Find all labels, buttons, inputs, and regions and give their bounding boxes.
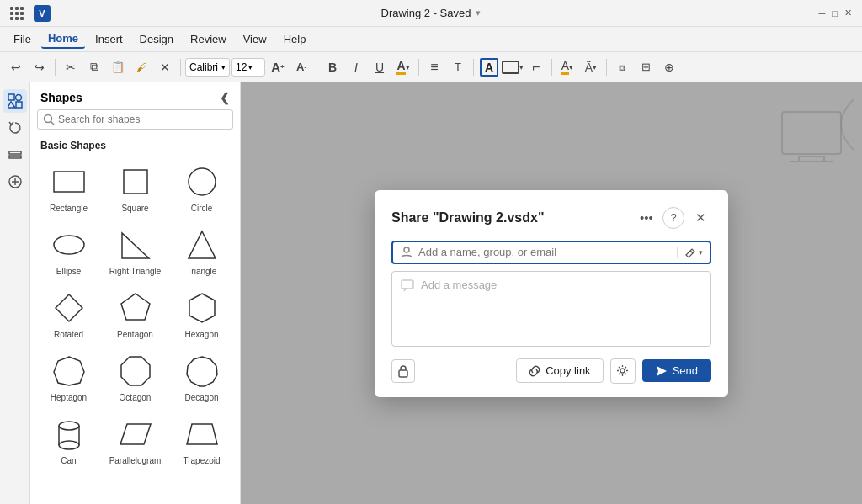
cut-button[interactable]: ✂ [60,56,82,78]
search-icon [43,114,55,125]
dialog-more-button[interactable]: ••• [636,207,657,229]
collapse-icon[interactable]: ❮ [220,91,230,104]
undo-button[interactable]: ↩ [5,56,27,78]
shape-triangle[interactable]: Triangle [170,221,233,281]
sidebar-icon-layer[interactable] [3,143,27,167]
menu-review[interactable]: Review [184,30,233,48]
shape-parallelogram[interactable]: Parallelogram [104,411,167,470]
svg-rect-12 [124,170,147,194]
shapes-category: Basic Shapes [30,136,240,155]
title-bar-left: V [10,5,51,22]
shape-right-triangle-label: Right Triangle [109,267,162,276]
toolbar-sep-5 [473,59,474,76]
menu-view[interactable]: View [237,30,274,48]
dialog-close-button[interactable]: ✕ [689,207,711,229]
window-minimize[interactable]: ─ [819,8,826,19]
clear-button[interactable]: ✕ [154,56,176,78]
document-title: Drawing 2 - Saved [381,7,471,19]
shape-circle[interactable]: Circle [170,158,233,218]
shape-rotated[interactable]: Rotated [37,284,100,344]
fill-color-button[interactable]: A ▾ [556,56,578,78]
menu-file[interactable]: File [7,30,38,48]
svg-point-13 [189,168,216,195]
svg-marker-15 [122,233,149,258]
dialog-overlay: Share "Drawing 2.vsdx" ••• ? ✕ ▾ [241,82,862,504]
svg-marker-2 [8,102,15,108]
line-color-button[interactable]: Ã ▾ [580,56,602,78]
shape-trapezoid[interactable]: Trapezoid [170,411,233,470]
sidebar-icon-shapes[interactable] [3,89,27,113]
more-button[interactable]: ⊕ [658,56,680,78]
link-icon [529,365,540,377]
paste-button[interactable]: 📋 [107,56,129,78]
shape-ellipse[interactable]: Ellipse [37,221,100,281]
search-input[interactable] [58,114,227,125]
font-size-down-button[interactable]: A- [290,56,312,78]
connector-button[interactable]: ⌐ [525,56,547,78]
dialog-help-button[interactable]: ? [662,207,684,229]
shapes-search-box[interactable] [37,109,233,130]
copy-button[interactable]: ⧉ [83,56,105,78]
textbox-button[interactable]: A [478,56,500,78]
settings-button[interactable] [610,358,636,384]
shape-hexagon[interactable]: Hexagon [170,284,233,344]
svg-point-23 [59,422,79,430]
send-label: Send [673,364,698,377]
italic-button[interactable]: I [345,56,367,78]
shape-outline-button[interactable]: ▾ [502,56,524,78]
text-size-button[interactable]: T [447,56,469,78]
svg-marker-18 [121,294,150,320]
font-size-selector[interactable]: 12 ▾ [231,58,265,77]
font-selector[interactable]: Calibri ▾ [185,58,230,77]
send-button[interactable]: Send [642,359,711,382]
recipient-input[interactable] [418,246,672,258]
group-button[interactable]: ⊞ [635,56,657,78]
menu-home[interactable]: Home [41,29,85,49]
toolbar-sep-1 [55,59,56,76]
menu-insert[interactable]: Insert [88,30,130,48]
font-color-button[interactable]: A ▾ [392,56,414,78]
svg-marker-17 [56,294,82,321]
copy-link-button[interactable]: Copy link [516,358,603,383]
shape-heptagon[interactable]: Heptagon [37,347,100,407]
shape-square[interactable]: Square [104,158,167,218]
svg-line-10 [51,122,55,125]
shape-decagon[interactable]: Decagon [170,347,233,407]
align-button[interactable]: ≡ [423,56,445,78]
lock-icon [396,364,410,378]
underline-button[interactable]: U [369,56,391,78]
window-maximize[interactable]: □ [832,8,838,19]
shape-right-triangle[interactable]: Right Triangle [104,221,167,281]
window-close[interactable]: ✕ [844,8,852,19]
toolbar-sep-3 [317,59,317,76]
settings-icon [616,364,629,377]
bold-button[interactable]: B [322,56,343,78]
shape-rectangle-label: Rectangle [50,204,88,213]
shape-pentagon[interactable]: Pentagon [104,284,167,344]
message-box[interactable]: Add a message [391,271,711,347]
dropdown-icon[interactable]: ▾ [476,8,481,19]
lock-button[interactable] [391,359,415,383]
shape-rectangle[interactable]: Rectangle [37,158,100,218]
shape-can[interactable]: Can [37,411,100,470]
canvas-area[interactable]: Share "Drawing 2.vsdx" ••• ? ✕ ▾ [241,82,862,504]
menu-design[interactable]: Design [133,30,180,48]
svg-rect-4 [9,151,21,154]
permission-selector[interactable]: ▾ [677,247,703,258]
svg-marker-16 [189,231,216,258]
sidebar-icon-add[interactable] [3,170,27,194]
grid-icon[interactable] [10,7,24,20]
sidebar-icons [0,82,30,504]
recipient-row[interactable]: ▾ [391,241,711,264]
redo-button[interactable]: ↪ [29,56,51,78]
svg-point-14 [54,236,84,254]
format-painter-button[interactable]: 🖌 [130,56,152,78]
svg-marker-21 [121,357,150,385]
arrange-button[interactable]: ⧈ [611,56,633,78]
shape-octagon[interactable]: Octagon [104,347,167,407]
title-bar-right: ─ □ ✕ [819,8,852,19]
menu-help[interactable]: Help [277,30,313,48]
font-size-up-button[interactable]: A+ [267,56,289,78]
shape-can-label: Can [61,456,76,465]
sidebar-icon-refresh[interactable] [3,116,27,140]
